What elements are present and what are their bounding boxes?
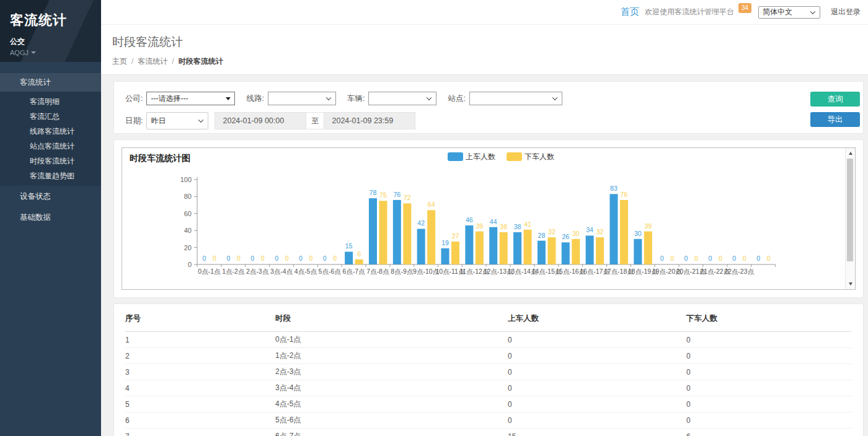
scrollbar-down-arrow-icon[interactable] xyxy=(846,279,855,289)
station-label: 站点: xyxy=(448,94,465,104)
table-cell: 2点-3点 xyxy=(275,364,508,380)
svg-text:44: 44 xyxy=(490,218,497,225)
page-header: 时段客流统计 主页/客流统计/时段客流统计 xyxy=(101,25,868,75)
breadcrumb-passenger-stats[interactable]: 客流统计 xyxy=(138,57,167,66)
svg-text:0: 0 xyxy=(732,255,736,262)
svg-text:0: 0 xyxy=(213,255,216,262)
table-cell: 0 xyxy=(686,332,852,348)
table-body: 10点-1点0021点-2点0032点-3点0043点-4点0054点-5点00… xyxy=(125,332,852,436)
language-select-value: 简体中文 xyxy=(763,7,792,17)
filter-row-date: 日期: 昨日 2024-01-09 00:00 至 2024-01-09 23:… xyxy=(125,112,782,129)
svg-text:15: 15 xyxy=(345,242,353,250)
sidebar-section-passenger-stats[interactable]: 客流统计 xyxy=(0,73,101,92)
line-select[interactable] xyxy=(268,92,336,105)
language-select[interactable]: 简体中文 xyxy=(758,6,820,19)
svg-text:3点-4点: 3点-4点 xyxy=(270,268,293,275)
svg-text:4点-5点: 4点-5点 xyxy=(294,268,317,275)
svg-text:0: 0 xyxy=(261,255,265,262)
date-from-input[interactable]: 2024-01-09 00:00 xyxy=(215,112,306,129)
org-name: 公交 xyxy=(10,37,101,47)
table-cell: 1 xyxy=(125,332,275,348)
svg-text:0: 0 xyxy=(767,255,771,262)
svg-text:0: 0 xyxy=(333,255,337,262)
table-row: 54点-5点00 xyxy=(125,396,852,412)
table-cell: 7 xyxy=(125,429,275,436)
svg-text:42: 42 xyxy=(417,219,425,227)
scrollbar-up-arrow-icon[interactable] xyxy=(846,149,855,158)
svg-text:0: 0 xyxy=(299,255,303,262)
svg-text:76: 76 xyxy=(393,191,401,198)
triangle-down-icon xyxy=(226,97,231,100)
svg-text:20: 20 xyxy=(184,244,192,251)
date-to-input[interactable]: 2024-01-09 23:59 xyxy=(324,112,415,129)
table-row: 32点-3点00 xyxy=(125,364,852,380)
svg-text:0: 0 xyxy=(708,255,712,262)
table-cell: 6 xyxy=(125,412,275,429)
chart-panel: 时段车流统计图 020406080100000点-1点001点-2点002点-3… xyxy=(113,139,864,298)
date-preset-select[interactable]: 昨日 xyxy=(146,112,208,129)
svg-text:0: 0 xyxy=(275,255,278,262)
sidebar-subitem-active[interactable]: 时段客流统计 xyxy=(0,154,101,168)
table-header-row: 序号时段上车人数下车人数 xyxy=(125,304,852,332)
vehicle-label: 车辆: xyxy=(347,94,365,104)
table-cell: 0 xyxy=(686,364,852,380)
svg-text:30: 30 xyxy=(572,230,580,237)
org-selector[interactable]: AQGJ xyxy=(10,49,101,56)
svg-text:34: 34 xyxy=(586,226,593,233)
content-area: 公司: ---请选择--- 线路: 车辆: 站点: xyxy=(101,75,868,436)
chevron-down-icon xyxy=(198,117,203,122)
svg-text:0: 0 xyxy=(660,255,664,262)
svg-text:64: 64 xyxy=(428,201,435,208)
svg-text:38: 38 xyxy=(500,223,507,230)
station-select[interactable] xyxy=(469,92,562,105)
scrollbar-thumb[interactable] xyxy=(847,159,853,261)
svg-text:40: 40 xyxy=(184,227,192,234)
column-header: 下车人数 xyxy=(686,304,852,332)
table-cell: 4点-5点 xyxy=(275,396,508,412)
table-row: 76点-7点156 xyxy=(125,429,852,436)
svg-text:26: 26 xyxy=(562,233,569,240)
breadcrumb-current: 时段客流统计 xyxy=(179,57,223,66)
breadcrumb: 主页/客流统计/时段客流统计 xyxy=(112,56,868,67)
table-row: 21点-2点00 xyxy=(125,348,852,364)
svg-text:32: 32 xyxy=(548,228,556,235)
org-code-label: AQGJ xyxy=(10,49,29,56)
table-cell: 0 xyxy=(686,412,852,429)
sidebar-item-base-data[interactable]: 基础数据 xyxy=(0,207,101,228)
svg-text:0: 0 xyxy=(743,255,746,262)
svg-text:76: 76 xyxy=(621,191,628,198)
table-cell: 0 xyxy=(508,380,686,396)
svg-text:41: 41 xyxy=(524,220,531,228)
svg-text:39: 39 xyxy=(644,222,652,230)
svg-text:0: 0 xyxy=(250,255,254,262)
table-cell: 5 xyxy=(125,396,275,412)
chart-vertical-scrollbar[interactable] xyxy=(845,148,855,289)
breadcrumb-home[interactable]: 主页 xyxy=(112,57,127,66)
export-button[interactable]: 导出 xyxy=(810,112,860,127)
date-range-separator: 至 xyxy=(306,112,324,129)
sidebar-subitem[interactable]: 线路客流统计 xyxy=(0,124,101,139)
caret-down-icon xyxy=(31,51,36,54)
sidebar-subitem[interactable]: 客流明细 xyxy=(0,94,101,109)
svg-text:0: 0 xyxy=(309,255,312,262)
table-row: 10点-1点00 xyxy=(125,332,852,348)
breadcrumb-separator: / xyxy=(131,57,133,66)
sidebar-subitem[interactable]: 站点客流统计 xyxy=(0,139,101,154)
query-button[interactable]: 查询 xyxy=(810,92,860,107)
bar-chart: 020406080100000点-1点001点-2点002点-3点003点-4点… xyxy=(122,148,844,289)
sidebar: 客流统计 公交 AQGJ 客流统计 客流明细客流汇总线路客流统计站点客流统计时段… xyxy=(0,0,101,436)
sidebar-subitem[interactable]: 客流量趋势图 xyxy=(0,168,101,183)
table-cell: 1点-2点 xyxy=(275,348,508,364)
topbar: 首页 欢迎使用客流统计管理平台 34 简体中文 退出登录 xyxy=(101,0,868,25)
company-select[interactable]: ---请选择--- xyxy=(146,92,235,105)
vehicle-select[interactable] xyxy=(368,92,436,105)
column-header: 序号 xyxy=(125,304,275,332)
svg-text:100: 100 xyxy=(180,176,192,183)
svg-text:80: 80 xyxy=(184,193,192,200)
home-link[interactable]: 首页 xyxy=(621,6,639,18)
sidebar-submenu: 客流明细客流汇总线路客流统计站点客流统计时段客流统计客流量趋势图 xyxy=(0,92,101,186)
logout-link[interactable]: 退出登录 xyxy=(831,7,861,17)
sidebar-subitem[interactable]: 客流汇总 xyxy=(0,109,101,124)
sidebar-item-device-status[interactable]: 设备状态 xyxy=(0,186,101,207)
chevron-down-icon xyxy=(427,95,432,100)
